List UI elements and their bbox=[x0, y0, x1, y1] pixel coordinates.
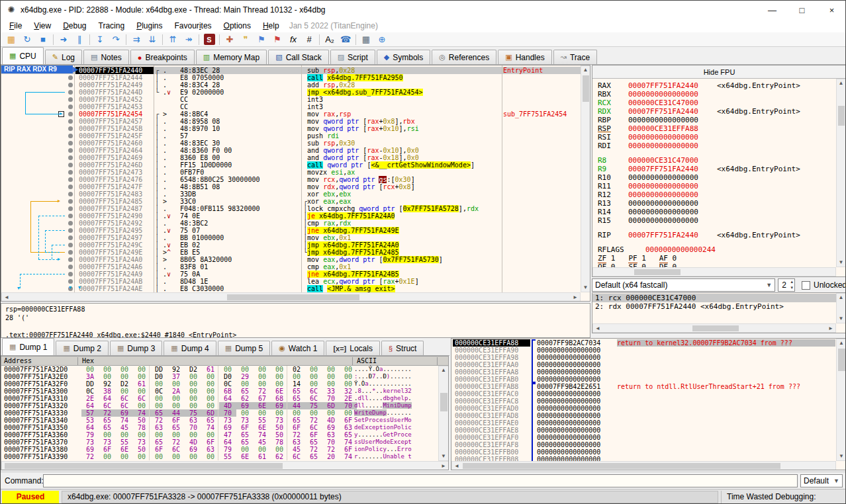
register-row[interactable]: RFLAGS0000000000000244 bbox=[598, 245, 846, 254]
breakpoint-dot[interactable] bbox=[68, 257, 73, 262]
tab-memory-map[interactable]: ▥Memory Map bbox=[196, 50, 267, 64]
command-type-select[interactable]: Default▼ bbox=[800, 474, 843, 487]
flags-row[interactable]: ZF 1 PF 1 AF 0 bbox=[598, 254, 846, 263]
breakpoint-dot[interactable] bbox=[68, 90, 73, 95]
dump-vscrollbar[interactable]: ▲ ▼ bbox=[438, 366, 449, 461]
stack-row[interactable]: 000000CE31EFFAD80000000000000000 bbox=[451, 412, 846, 419]
minimize-button-icon[interactable]: — bbox=[757, 1, 787, 19]
menu-help[interactable]: Help bbox=[257, 20, 285, 32]
restart-icon[interactable]: ↻ bbox=[19, 33, 35, 46]
breakpoint-dot[interactable] bbox=[68, 83, 73, 87]
breakpoint-dot[interactable] bbox=[68, 250, 73, 255]
register-row[interactable]: RCX000000CE31C47000 bbox=[598, 99, 846, 107]
dump-row[interactable]: 00007FF751FA32D000000000DD92D26100000000… bbox=[1, 366, 448, 373]
stack-row[interactable]: 000000CE31EFFAA00000000000000000 bbox=[451, 361, 846, 368]
argument-row[interactable]: 2: rdx 00007FF751FA2440 <x64dbg.EntryPoi… bbox=[592, 302, 846, 311]
hash-icon[interactable]: # bbox=[301, 33, 317, 46]
arguments-pane[interactable]: 1: rcx 000000CE31C470002: rdx 00007FF751… bbox=[592, 292, 846, 333]
breakpoint-dot[interactable] bbox=[68, 163, 73, 167]
run-to-user-code-icon[interactable]: ⇉ bbox=[128, 33, 144, 46]
step-into-icon[interactable]: ↧ bbox=[92, 33, 108, 46]
breakpoint-dot[interactable] bbox=[68, 170, 73, 175]
tab-notes[interactable]: ▤Notes bbox=[83, 50, 129, 64]
breakpoint-dot[interactable] bbox=[68, 279, 73, 284]
dump-row[interactable]: 00007FF751FA3330577269746544756D70000000… bbox=[1, 409, 448, 417]
pause-icon[interactable]: ∥ bbox=[71, 33, 87, 46]
stack-row[interactable]: 000000CE31EFFB000000000000000000 bbox=[451, 448, 846, 456]
comments-icon[interactable]: ❞ bbox=[238, 33, 254, 46]
dump-row[interactable]: 00007FF751FA33102E646C6C0000000064626768… bbox=[1, 395, 448, 402]
tab-script[interactable]: ▨Script bbox=[330, 50, 375, 64]
dump-header[interactable]: Address Hex ASCII bbox=[1, 357, 448, 366]
registers-pane[interactable]: Hide FPU RAX00007FF751FA2440<x64dbg.Entr… bbox=[592, 65, 846, 277]
tab-dump-2[interactable]: ▦Dump 2 bbox=[56, 341, 108, 355]
breakpoint-dot[interactable] bbox=[68, 75, 73, 80]
dump-row[interactable]: 00007FF751FA33907200000000000000556E6162… bbox=[1, 453, 448, 460]
register-row[interactable]: R110000000000000000 bbox=[598, 182, 846, 190]
breakpoint-dot[interactable] bbox=[68, 112, 73, 116]
stack-row[interactable]: 000000CE31EFFA900000000000000000 bbox=[451, 347, 846, 354]
dump-row[interactable]: 00007FF751FA3320646C6C00000000004D696E69… bbox=[1, 402, 448, 409]
help-contact-icon[interactable]: ☎ bbox=[338, 33, 353, 46]
tab-breakpoints[interactable]: ●Breakpoints bbox=[130, 50, 195, 64]
tab-symbols[interactable]: ◆Symbols bbox=[377, 50, 430, 64]
stack-row[interactable]: 000000CE31EFFAF00000000000000000 bbox=[451, 434, 846, 441]
disasm-vscrollbar[interactable]: ▲ ▼ bbox=[581, 65, 590, 292]
dump-hscrollbar[interactable]: ► bbox=[1, 461, 449, 470]
register-row[interactable]: RDI0000000000000000 bbox=[598, 142, 846, 150]
breakpoint-dot[interactable] bbox=[68, 235, 73, 240]
breakpoint-dot[interactable] bbox=[68, 214, 73, 218]
calling-convention-select[interactable]: Default (x64 fastcall)▼ bbox=[592, 278, 775, 292]
unlocked-checkbox[interactable] bbox=[802, 281, 810, 290]
stack-row[interactable]: 000000CE31EFFAC80000000000000000 bbox=[451, 398, 846, 405]
arguments-vscrollbar[interactable]: ▲ ▼ bbox=[836, 293, 846, 323]
breakpoint-dot[interactable] bbox=[68, 141, 73, 146]
dump-row[interactable]: 00007FF751FA3360790000000000000047657450… bbox=[1, 431, 448, 439]
disasm-hscrollbar[interactable]: ◄ ► bbox=[1, 292, 581, 302]
stack-hscrollbar[interactable]: ◄ bbox=[451, 461, 836, 470]
breakpoint-dot[interactable] bbox=[68, 199, 73, 204]
stack-vscrollbar[interactable]: ▲ ▼ bbox=[836, 339, 846, 461]
stack-pane[interactable]: 000000CE31EFFA8800007FF9B2AC7034return t… bbox=[451, 338, 846, 470]
register-row[interactable]: RDX00007FF751FA2440<x64dbg.EntryPoint> bbox=[598, 107, 846, 116]
dump-row[interactable]: 00007FF751FA33506465457863657074696F6E50… bbox=[1, 424, 448, 431]
register-row[interactable]: R900007FF751FA2440<x64dbg.EntryPoint> bbox=[598, 165, 846, 173]
patches-icon[interactable]: ✚ bbox=[222, 33, 238, 46]
breakpoint-dot[interactable] bbox=[68, 221, 73, 226]
update-icon[interactable]: ⊕ bbox=[374, 33, 390, 46]
tab-locals[interactable]: [x=]Locals bbox=[326, 341, 380, 355]
tab-dump-4[interactable]: ▦Dump 4 bbox=[164, 341, 216, 355]
assemble-icon[interactable]: A₂ bbox=[322, 33, 338, 46]
register-row[interactable]: RIP00007FF751FA2440<x64dbg.EntryPoint> bbox=[598, 231, 846, 239]
registers-vscrollbar[interactable]: ▲ ▼ bbox=[836, 79, 846, 267]
run-icon[interactable]: ➜ bbox=[56, 33, 71, 46]
scylla-icon[interactable]: S bbox=[201, 33, 217, 46]
register-row[interactable]: R150000000000000000 bbox=[598, 216, 846, 225]
breakpoint-dot[interactable] bbox=[68, 97, 73, 102]
tab-dump-5[interactable]: ▦Dump 5 bbox=[218, 341, 270, 355]
disassembly-pane[interactable]: RIP RAX RDX R9▶ −00007FF751FA2440┌ .48:8… bbox=[1, 65, 590, 302]
bookmarks-icon[interactable]: ⚑ bbox=[269, 33, 285, 46]
step-out-icon[interactable]: ⇈ bbox=[165, 33, 181, 46]
breakpoint-dot[interactable] bbox=[68, 134, 73, 138]
labels-icon[interactable]: ⚑ bbox=[254, 33, 269, 46]
tab-struct[interactable]: §Struct bbox=[381, 341, 424, 355]
stack-row[interactable]: 000000CE31EFFAD00000000000000000 bbox=[451, 405, 846, 412]
menu-debug[interactable]: Debug bbox=[57, 20, 92, 32]
register-row[interactable]: RBX0000000000000000 bbox=[598, 90, 846, 99]
open-file-icon[interactable]: ▦ bbox=[3, 33, 19, 46]
register-row[interactable]: R8000000CE31C47000 bbox=[598, 156, 846, 165]
register-row[interactable]: R140000000000000000 bbox=[598, 208, 846, 216]
breakpoint-dot[interactable] bbox=[68, 206, 73, 211]
dump-pane[interactable]: Address Hex ASCII 00007FF751FA32D0000000… bbox=[1, 356, 449, 470]
register-row[interactable]: R100000000000000000 bbox=[598, 173, 846, 182]
breakpoint-dot[interactable] bbox=[68, 228, 73, 233]
breakpoint-dot[interactable] bbox=[68, 119, 73, 124]
tab-handles[interactable]: ▣Handles bbox=[498, 50, 551, 64]
stack-row[interactable]: 000000CE31EFFAC00000000000000000 bbox=[451, 390, 846, 398]
register-row[interactable]: RAX00007FF751FA2440<x64dbg.EntryPoint> bbox=[598, 81, 846, 90]
register-row[interactable]: R120000000000000000 bbox=[598, 190, 846, 199]
close-button-icon[interactable]: × bbox=[817, 1, 846, 19]
menu-plugins[interactable]: Plugins bbox=[130, 20, 168, 32]
execute-till-return-icon[interactable]: ⇊ bbox=[144, 33, 160, 46]
